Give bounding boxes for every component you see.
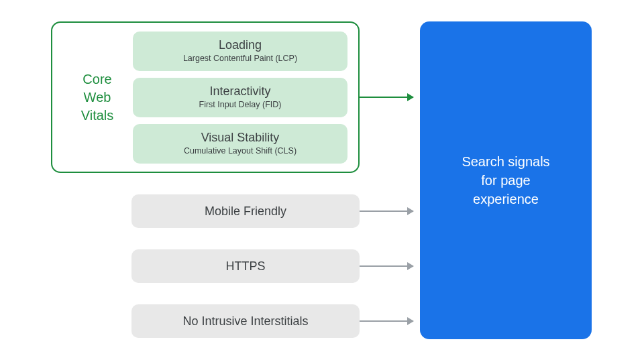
signal-no-intrusive-interstitials: No Intrusive Interstitials (131, 304, 360, 338)
arrow-mobile-to-target (360, 210, 413, 212)
target-text: Search signals for page experience (462, 152, 549, 208)
vital-title: Visual Stability (141, 131, 339, 145)
vital-subtitle: Largest Contentful Paint (LCP) (141, 54, 339, 63)
vital-title: Interactivity (141, 84, 339, 99)
signal-label: No Intrusive Interstitials (182, 314, 308, 328)
signal-label: Mobile Friendly (205, 204, 286, 219)
vital-title: Loading (141, 38, 339, 52)
vital-interactivity: Interactivity First Input Delay (FID) (133, 78, 347, 117)
vital-visual-stability: Visual Stability Cumulative Layout Shift… (133, 124, 347, 164)
arrow-https-to-target (360, 265, 413, 267)
arrow-interstitials-to-target (360, 320, 413, 322)
cwv-label-line: Core (62, 70, 133, 88)
signal-label: HTTPS (225, 259, 265, 274)
cwv-label-line: Vitals (62, 107, 133, 125)
vital-loading: Loading Largest Contentful Paint (LCP) (133, 32, 347, 71)
arrow-cwv-to-target (360, 97, 413, 98)
core-web-vitals-label: Core Web Vitals (62, 70, 133, 125)
vital-subtitle: First Input Delay (FID) (141, 100, 339, 109)
cwv-label-line: Web (62, 88, 133, 107)
vitals-column: Loading Largest Contentful Paint (LCP) I… (133, 32, 347, 164)
target-line: Search signals (462, 152, 549, 171)
vital-subtitle: Cumulative Layout Shift (CLS) (141, 146, 339, 156)
target-line: experience (462, 190, 549, 208)
signal-https: HTTPS (131, 249, 360, 283)
search-signals-box: Search signals for page experience (420, 21, 592, 339)
target-line: for page (462, 171, 549, 190)
core-web-vitals-group: Core Web Vitals Loading Largest Contentf… (51, 21, 360, 173)
signal-mobile-friendly: Mobile Friendly (131, 194, 360, 228)
